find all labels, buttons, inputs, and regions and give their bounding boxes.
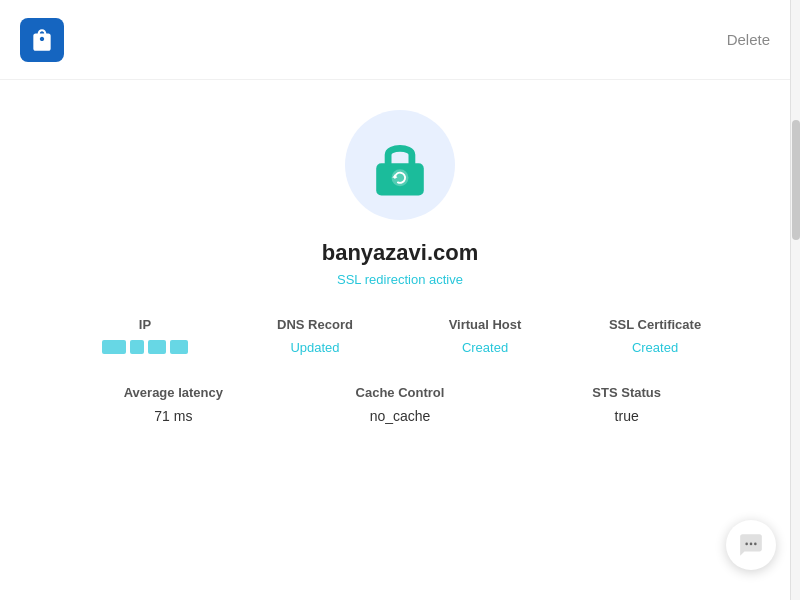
cache-label: Cache Control (356, 385, 445, 400)
ssl-cert-column: SSL Certificate Created (570, 317, 740, 355)
virtual-host-label: Virtual Host (449, 317, 522, 332)
sts-label: STS Status (592, 385, 661, 400)
lock-refresh-icon (366, 131, 434, 199)
main-content: banyazavi.com SSL redirection active IP … (0, 80, 800, 444)
ip-column: IP (60, 317, 230, 355)
logo-icon (20, 18, 64, 62)
cache-value: no_cache (370, 408, 431, 424)
chat-icon (738, 532, 764, 558)
svg-point-3 (745, 543, 748, 546)
lock-circle (345, 110, 455, 220)
dns-value: Updated (290, 340, 339, 355)
latency-label: Average latency (124, 385, 223, 400)
virtual-host-column: Virtual Host Created (400, 317, 570, 355)
ssl-status: SSL redirection active (337, 272, 463, 287)
latency-value: 71 ms (154, 408, 192, 424)
scrollbar[interactable] (790, 0, 800, 600)
ssl-cert-label: SSL Certificate (609, 317, 701, 332)
sts-column: STS Status true (513, 385, 740, 424)
header: Delete (0, 0, 800, 80)
chat-button[interactable] (726, 520, 776, 570)
bag-icon (29, 27, 55, 53)
domain-name: banyazavi.com (322, 240, 479, 266)
ip-block-4 (170, 340, 188, 354)
cache-column: Cache Control no_cache (287, 385, 514, 424)
ip-block-1 (102, 340, 126, 354)
scrollbar-thumb (792, 120, 800, 240)
ip-block-2 (130, 340, 144, 354)
ip-label: IP (139, 317, 151, 332)
dns-label: DNS Record (277, 317, 353, 332)
svg-point-4 (750, 543, 753, 546)
delete-button[interactable]: Delete (717, 25, 780, 54)
virtual-host-value: Created (462, 340, 508, 355)
info-grid-row1: IP DNS Record Updated Virtual Host Creat… (60, 317, 740, 355)
latency-column: Average latency 71 ms (60, 385, 287, 424)
ip-value (102, 340, 188, 354)
svg-point-5 (754, 543, 757, 546)
info-grid-row2: Average latency 71 ms Cache Control no_c… (60, 385, 740, 424)
dns-column: DNS Record Updated (230, 317, 400, 355)
ip-block-3 (148, 340, 166, 354)
sts-value: true (615, 408, 639, 424)
ssl-cert-value: Created (632, 340, 678, 355)
